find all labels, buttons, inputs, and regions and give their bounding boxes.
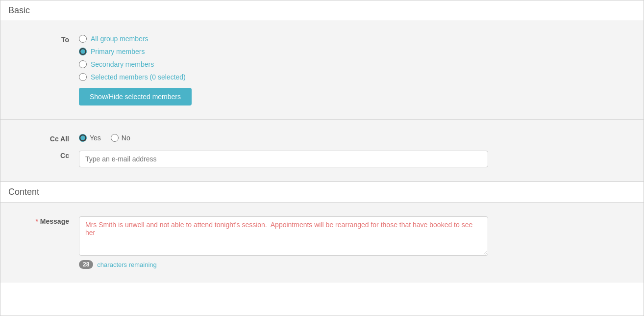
to-options-container: All group members Primary members Second… [79, 35, 192, 105]
to-radio-selected[interactable] [79, 73, 87, 81]
content-title: Content [8, 187, 39, 197]
cc-section-body: Cc All Yes No Cc [0, 120, 644, 182]
basic-title: Basic [8, 5, 30, 15]
cc-all-form-row: Cc All Yes No [0, 130, 644, 147]
chars-remaining-row: 28 characters remaining [79, 260, 488, 269]
to-label: To [20, 35, 79, 44]
content-section-header: Content [0, 182, 644, 203]
cc-all-label: Cc All [20, 134, 79, 143]
cc-form-row: Cc [0, 147, 644, 171]
cc-all-option-no[interactable]: No [111, 134, 130, 142]
to-label-all[interactable]: All group members [91, 35, 149, 43]
to-option-selected[interactable]: Selected members (0 selected) [79, 73, 192, 81]
page-wrapper: Basic To All group members Primary membe… [0, 0, 644, 316]
to-option-primary[interactable]: Primary members [79, 48, 192, 55]
chars-remaining-badge: 28 [79, 260, 93, 269]
cc-input[interactable] [79, 151, 488, 167]
to-radio-secondary[interactable] [79, 60, 87, 68]
cc-all-label-yes[interactable]: Yes [90, 134, 101, 142]
to-radio-all[interactable] [79, 35, 87, 43]
cc-all-option-yes[interactable]: Yes [79, 134, 101, 142]
cc-all-radio-no[interactable] [111, 134, 119, 142]
basic-section-header: Basic [0, 0, 644, 21]
to-option-all[interactable]: All group members [79, 35, 192, 43]
message-textarea[interactable]: Mrs Smith is unwell and not able to atte… [79, 216, 488, 256]
to-radio-group: All group members Primary members Second… [79, 35, 192, 81]
message-form-row: Message Mrs Smith is unwell and not able… [0, 212, 644, 273]
to-label-primary[interactable]: Primary members [91, 48, 145, 55]
cc-label: Cc [20, 151, 79, 159]
to-form-row: To All group members Primary members Sec… [0, 31, 644, 109]
show-hide-button[interactable]: Show/Hide selected members [79, 88, 192, 105]
basic-section-body: To All group members Primary members Sec… [0, 21, 644, 120]
to-label-secondary[interactable]: Secondary members [91, 60, 154, 68]
cc-all-radio-group: Yes No [79, 134, 130, 142]
content-section-body: Message Mrs Smith is unwell and not able… [0, 203, 644, 283]
chars-remaining-text: characters remaining [97, 261, 156, 268]
cc-all-label-no[interactable]: No [122, 134, 130, 142]
message-label: Message [20, 216, 79, 225]
cc-all-radio-yes[interactable] [79, 134, 87, 142]
message-container: Mrs Smith is unwell and not able to atte… [79, 216, 488, 269]
to-option-secondary[interactable]: Secondary members [79, 60, 192, 68]
to-radio-primary[interactable] [79, 48, 87, 55]
to-label-selected[interactable]: Selected members (0 selected) [91, 73, 186, 81]
